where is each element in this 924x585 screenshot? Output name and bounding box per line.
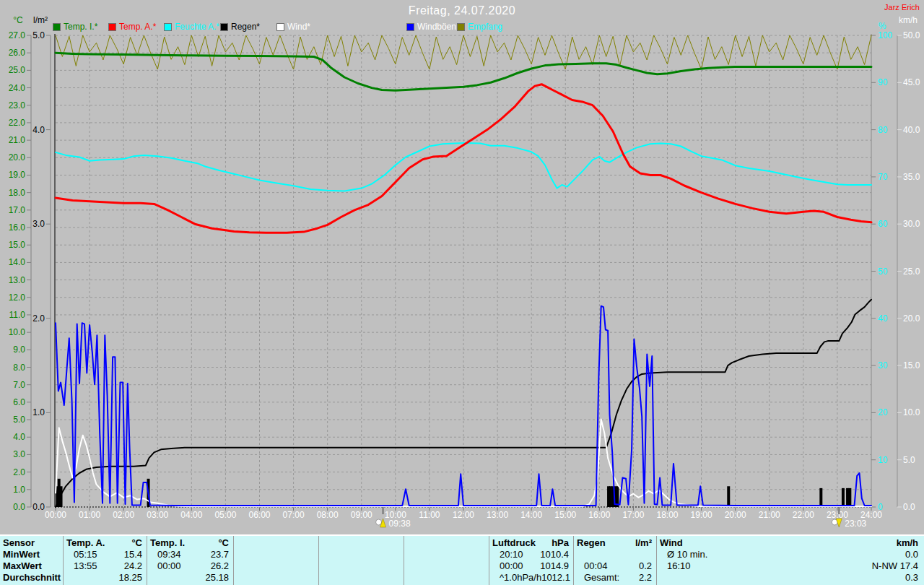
table-cell — [237, 549, 244, 560]
table-cell: Luftdruck — [492, 537, 536, 549]
svg-text:23.0: 23.0 — [9, 100, 26, 110]
svg-text:70: 70 — [878, 172, 888, 182]
svg-text:21.0: 21.0 — [9, 135, 26, 145]
table-cell: Wind — [660, 537, 683, 549]
table-cell — [150, 572, 157, 584]
table-cell: ^1.0hPa/h — [492, 572, 541, 584]
svg-text:26.0: 26.0 — [9, 48, 26, 58]
svg-text:60: 60 — [878, 219, 888, 229]
legend-swatch-icon — [53, 23, 61, 31]
table-cell: Temp. I. — [150, 537, 185, 549]
legend-item: Windböen — [406, 22, 456, 32]
svg-text:06:00: 06:00 — [248, 510, 270, 520]
svg-text:16:00: 16:00 — [588, 510, 610, 520]
svg-text:11.0: 11.0 — [9, 310, 26, 320]
table-cell — [237, 572, 244, 584]
table-cell: 18.25 — [118, 572, 142, 584]
svg-text:25.0: 25.0 — [903, 266, 920, 277]
table-cell: MinWert — [3, 549, 40, 560]
table-column: Windkm/hØ 10 min.0.016:10N-NW 17.40.3 — [657, 536, 923, 585]
table-column — [404, 536, 489, 585]
table-column — [234, 536, 319, 585]
weather-chart: 27.026.025.024.023.022.021.020.019.018.0… — [0, 0, 924, 534]
svg-text:12.0: 12.0 — [9, 292, 26, 303]
svg-text:15.0: 15.0 — [903, 360, 920, 370]
svg-text:18:00: 18:00 — [656, 510, 678, 520]
table-cell: 16:10 — [660, 560, 691, 572]
svg-text:2.0: 2.0 — [32, 313, 45, 324]
legend-item: Regen* — [220, 22, 260, 32]
svg-text:30.0: 30.0 — [903, 219, 920, 229]
svg-text:24.0: 24.0 — [9, 83, 26, 93]
table-cell: 13:55 — [66, 560, 97, 572]
svg-text:0.0: 0.0 — [32, 502, 45, 512]
svg-text:20.0: 20.0 — [903, 313, 920, 324]
svg-text:20:00: 20:00 — [725, 510, 746, 520]
page-title: Freitag, 24.07.2020 — [0, 4, 924, 17]
svg-text:07:00: 07:00 — [283, 510, 305, 520]
legend-item: Wind* — [276, 22, 310, 32]
svg-text:100: 100 — [878, 30, 892, 40]
table-cell: °C — [218, 537, 229, 549]
table-cell: Gesamt: — [577, 572, 619, 584]
svg-text:11:00: 11:00 — [419, 510, 440, 520]
table-cell: Sensor — [3, 537, 35, 549]
svg-text:09:00: 09:00 — [351, 510, 372, 520]
svg-text:19.0: 19.0 — [9, 170, 26, 180]
chart-legend: Temp. I.*Temp. A.*Feuchte A.*Regen*Wind*… — [0, 22, 924, 32]
table-column: Regenl/m²00:040.2Gesamt:2.2 — [574, 536, 657, 585]
table-cell: hPa — [552, 537, 569, 549]
table-cell: 0.2 — [639, 560, 652, 572]
table-cell: 24.2 — [124, 560, 142, 572]
table-column: Temp. I.°C09:3423.700:0026.225.18 — [147, 536, 234, 585]
svg-text:0.0: 0.0 — [13, 502, 25, 512]
svg-text:3.0: 3.0 — [32, 219, 45, 229]
legend-label: Regen* — [231, 22, 260, 32]
table-cell: 0.0 — [905, 549, 918, 560]
svg-text:10.0: 10.0 — [9, 327, 26, 337]
svg-text:20: 20 — [878, 407, 888, 417]
table-cell — [407, 549, 414, 560]
svg-text:4.0: 4.0 — [32, 125, 45, 135]
svg-text:4.0: 4.0 — [13, 432, 25, 442]
svg-text:09:38: 09:38 — [389, 519, 411, 529]
svg-text:45.0: 45.0 — [903, 77, 920, 87]
table-cell — [577, 549, 584, 560]
legend-label: Temp. I.* — [64, 22, 97, 32]
table-cell: MaxWert — [3, 560, 42, 572]
svg-text:17.0: 17.0 — [9, 205, 26, 215]
svg-text:5.0: 5.0 — [903, 455, 915, 465]
table-cell: 25.18 — [205, 572, 229, 584]
svg-text:15:00: 15:00 — [554, 510, 576, 520]
svg-text:12:00: 12:00 — [453, 510, 474, 520]
table-cell — [237, 560, 244, 572]
table-cell: 00:04 — [577, 560, 608, 572]
svg-text:10.0: 10.0 — [903, 407, 920, 417]
svg-text:15.0: 15.0 — [9, 240, 26, 250]
table-cell: 1014.9 — [540, 560, 569, 572]
svg-text:13.0: 13.0 — [9, 275, 26, 285]
legend-item: Temp. I.* — [53, 22, 97, 32]
summary-table: SensorMinWertMaxWertDurchschnittTemp. A.… — [0, 534, 924, 585]
table-cell: Regen — [577, 537, 606, 549]
svg-text:02:00: 02:00 — [113, 510, 134, 520]
table-cell: 09:34 — [150, 549, 181, 560]
legend-swatch-icon — [220, 23, 228, 31]
table-cell: 0.3 — [905, 572, 918, 584]
svg-text:50: 50 — [878, 266, 888, 277]
svg-text:21:00: 21:00 — [759, 510, 780, 520]
table-cell — [407, 560, 414, 572]
svg-text:04:00: 04:00 — [180, 510, 202, 520]
table-cell: 1010.4 — [540, 549, 569, 560]
svg-text:5.0: 5.0 — [32, 30, 45, 40]
table-cell: 05:15 — [66, 549, 97, 560]
svg-text:3.0: 3.0 — [13, 449, 25, 459]
svg-text:05:00: 05:00 — [214, 510, 236, 520]
legend-swatch-icon — [276, 23, 284, 31]
svg-text:14:00: 14:00 — [520, 510, 542, 520]
table-cell: Ø 10 min. — [660, 549, 707, 560]
table-cell: 1012.1 — [541, 572, 570, 584]
series-wind — [56, 420, 871, 507]
svg-text:23:03: 23:03 — [845, 519, 866, 529]
svg-text:13:00: 13:00 — [487, 510, 508, 520]
